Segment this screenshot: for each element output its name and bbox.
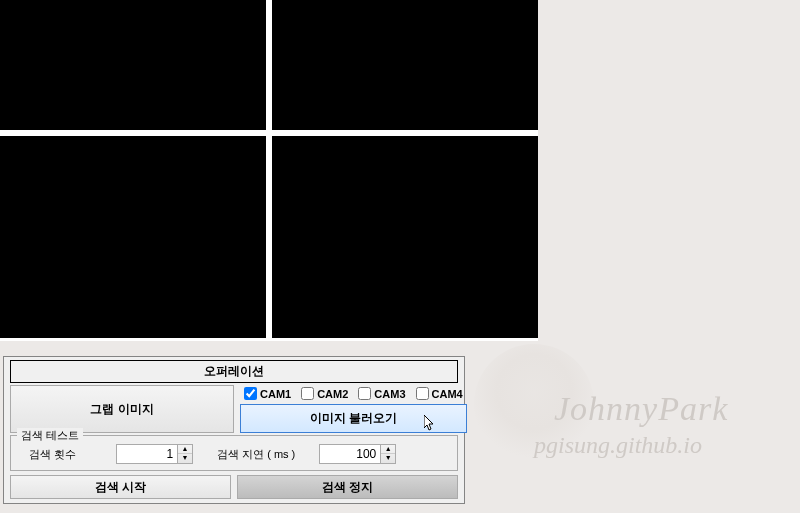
camera-view-1 [0,0,266,130]
watermark-url: pgisung.github.io [534,432,702,459]
cam4-label: CAM4 [432,388,463,400]
cam1-checkbox-label[interactable]: CAM1 [244,387,291,400]
camera-view-3 [0,136,266,338]
search-delay-label: 검색 지연 ( ms ) [217,447,295,462]
camera-checkboxes: CAM1 CAM2 CAM3 CAM4 [240,385,467,404]
search-test-fieldset: 검색 테스트 검색 횟수 ▲ ▼ 검색 지연 ( ms ) ▲ ▼ [10,435,458,471]
cam4-checkbox[interactable] [416,387,429,400]
search-count-label: 검색 횟수 [29,447,76,462]
cam3-checkbox-label[interactable]: CAM3 [358,387,405,400]
search-delay-up[interactable]: ▲ [381,445,395,454]
search-delay-down[interactable]: ▼ [381,454,395,463]
search-delay-input[interactable] [319,444,381,464]
camera-view-2 [272,0,538,130]
search-start-button[interactable]: 검색 시작 [10,475,231,499]
camera-grid [0,0,538,341]
cursor-icon [424,415,436,436]
cam4-checkbox-label[interactable]: CAM4 [416,387,463,400]
search-stop-label: 검색 정지 [322,479,373,496]
operation-panel: 오퍼레이션 그랩 이미지 CAM1 CAM2 CAM3 [3,356,465,504]
camera-view-4 [272,136,538,338]
cam3-label: CAM3 [374,388,405,400]
cam3-checkbox[interactable] [358,387,371,400]
search-start-label: 검색 시작 [95,479,146,496]
search-count-input[interactable] [116,444,178,464]
search-stop-button[interactable]: 검색 정지 [237,475,458,499]
operation-header: 오퍼레이션 [10,360,458,383]
watermark-avatar [474,344,594,464]
cam2-checkbox[interactable] [301,387,314,400]
cam1-label: CAM1 [260,388,291,400]
search-count-up[interactable]: ▲ [178,445,192,454]
load-image-button[interactable]: 이미지 불러오기 [240,404,467,433]
grab-image-button[interactable]: 그랩 이미지 [10,385,234,433]
cam2-checkbox-label[interactable]: CAM2 [301,387,348,400]
load-image-label: 이미지 불러오기 [310,410,397,427]
cam2-label: CAM2 [317,388,348,400]
grab-image-label: 그랩 이미지 [90,401,153,418]
cam1-checkbox[interactable] [244,387,257,400]
watermark-name: JohnnyPark [554,390,728,428]
search-test-legend: 검색 테스트 [17,428,83,443]
search-count-down[interactable]: ▼ [178,454,192,463]
